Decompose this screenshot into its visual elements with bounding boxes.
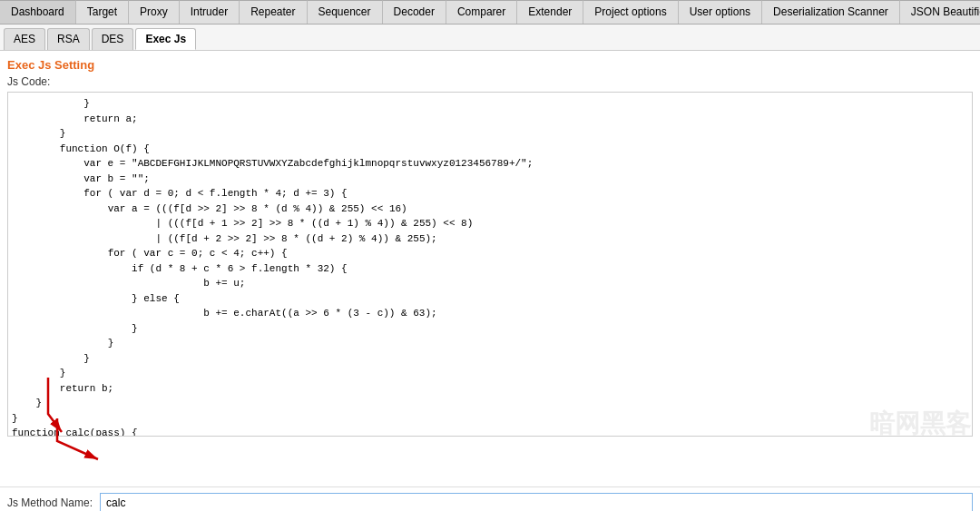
nav-decoder[interactable]: Decoder: [383, 0, 446, 24]
nav-extender[interactable]: Extender: [517, 0, 583, 24]
nav-dashboard[interactable]: Dashboard: [0, 0, 76, 24]
nav-comparer[interactable]: Comparer: [446, 0, 517, 24]
tab-des[interactable]: DES: [92, 28, 134, 50]
js-code-editor[interactable]: [7, 92, 973, 437]
nav-deserialization[interactable]: Deserialization Scanner: [762, 0, 900, 24]
secondary-nav: AES RSA DES Exec Js: [0, 25, 980, 51]
top-nav: Dashboard Target Proxy Intruder Repeater…: [0, 0, 980, 25]
method-name-row: Js Method Name:: [7, 493, 973, 511]
method-name-input[interactable]: [100, 493, 973, 511]
tab-exec-js[interactable]: Exec Js: [135, 28, 196, 50]
js-code-label: Js Code:: [7, 75, 973, 88]
method-name-label: Js Method Name:: [7, 496, 93, 509]
tab-rsa[interactable]: RSA: [47, 28, 90, 50]
main-content: Exec Js Setting Js Code: 暗网黑客: [0, 51, 980, 486]
nav-user-options[interactable]: User options: [679, 0, 762, 24]
nav-target[interactable]: Target: [76, 0, 129, 24]
nav-proxy[interactable]: Proxy: [129, 0, 180, 24]
bottom-section: Js Method Name: Add processor Remove pro…: [0, 486, 980, 511]
nav-intruder[interactable]: Intruder: [180, 0, 240, 24]
tab-aes[interactable]: AES: [4, 28, 45, 50]
nav-json-beautifier[interactable]: JSON Beautifier: [900, 0, 980, 24]
nav-repeater[interactable]: Repeater: [240, 0, 307, 24]
nav-sequencer[interactable]: Sequencer: [308, 0, 383, 24]
nav-project-options[interactable]: Project options: [583, 0, 678, 24]
section-title: Exec Js Setting: [7, 58, 973, 72]
